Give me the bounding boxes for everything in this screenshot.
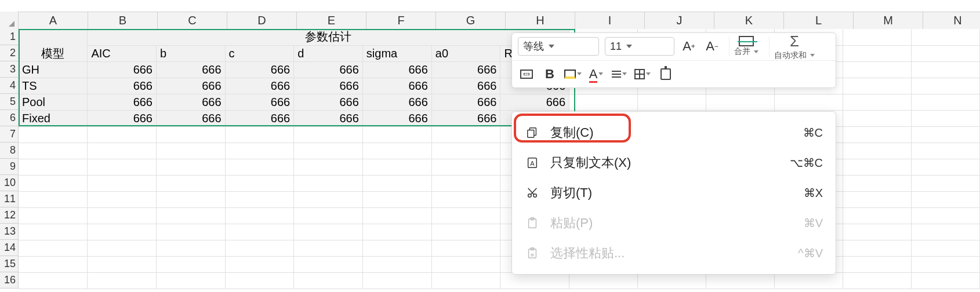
font-size-select[interactable]: 11 <box>605 37 674 56</box>
cell-A3[interactable]: GH <box>19 61 88 78</box>
cell-E8[interactable] <box>294 143 363 159</box>
header-b[interactable]: b <box>157 45 226 61</box>
row-header-13[interactable]: 13 <box>0 224 19 240</box>
cell-D8[interactable] <box>225 143 294 159</box>
row-header-3[interactable]: 3 <box>0 61 19 78</box>
col-header-K[interactable]: K <box>714 12 784 29</box>
menu-copy[interactable]: 复制(C) ⌘C <box>512 118 836 148</box>
cell-N14[interactable] <box>911 240 979 256</box>
cell-N13[interactable] <box>911 224 979 240</box>
row-header-15[interactable]: 15 <box>0 256 19 272</box>
cell-M7[interactable] <box>843 126 911 143</box>
border-button[interactable] <box>634 65 651 83</box>
cell-N16[interactable] <box>911 272 979 289</box>
font-color-button[interactable]: A <box>587 65 605 83</box>
row-header-4[interactable]: 4 <box>0 78 19 94</box>
cell-D9[interactable] <box>225 159 294 175</box>
cell-A5[interactable]: Pool <box>19 94 88 110</box>
cell-H5[interactable]: 666 <box>500 94 569 110</box>
cell-N12[interactable] <box>911 207 979 224</box>
cell-K5[interactable] <box>706 94 775 110</box>
cell-C9[interactable] <box>157 159 226 175</box>
cell-A12[interactable] <box>19 207 88 224</box>
cell-D10[interactable] <box>225 175 294 191</box>
cell-B15[interactable] <box>88 256 157 272</box>
cell-D5[interactable]: 666 <box>225 94 294 110</box>
cell-M3[interactable] <box>843 61 911 78</box>
cell-J16[interactable] <box>638 272 706 289</box>
cell-A15[interactable] <box>19 256 88 272</box>
cell-B14[interactable] <box>88 240 157 256</box>
col-header-I[interactable]: I <box>575 12 645 29</box>
read-layout-button[interactable] <box>518 65 535 83</box>
cell-N11[interactable] <box>911 191 979 207</box>
cell-E9[interactable] <box>294 159 363 175</box>
cell-F15[interactable] <box>362 256 431 272</box>
row-header-16[interactable]: 16 <box>0 272 19 289</box>
col-header-A[interactable]: A <box>19 12 88 29</box>
cell-N9[interactable] <box>911 159 979 175</box>
cell-G6[interactable]: 666 <box>431 110 500 126</box>
cell-K16[interactable] <box>706 272 775 289</box>
cell-N7[interactable] <box>911 126 979 143</box>
cell-B12[interactable] <box>88 207 157 224</box>
cell-M6[interactable] <box>843 110 911 126</box>
cell-L16[interactable] <box>774 272 843 289</box>
col-header-H[interactable]: H <box>506 12 575 29</box>
cell-E10[interactable] <box>294 175 363 191</box>
cell-F10[interactable] <box>362 175 431 191</box>
cell-B10[interactable] <box>88 175 157 191</box>
col-header-F[interactable]: F <box>366 12 436 29</box>
merge-cells-button[interactable]: 合并 <box>729 36 763 57</box>
cell-A1[interactable]: 模型 <box>19 29 88 61</box>
cell-H16[interactable] <box>500 272 569 289</box>
menu-cut[interactable]: 剪切(T) ⌘X <box>512 178 836 208</box>
row-header-1[interactable]: 1 <box>0 29 19 45</box>
cell-C15[interactable] <box>157 256 226 272</box>
cell-C8[interactable] <box>157 143 226 159</box>
cell-C7[interactable] <box>157 126 226 143</box>
header-c[interactable]: c <box>225 45 294 61</box>
cell-B16[interactable] <box>88 272 157 289</box>
cell-E5[interactable]: 666 <box>294 94 363 110</box>
cell-B11[interactable] <box>88 191 157 207</box>
row-header-9[interactable]: 9 <box>0 159 19 175</box>
cell-L5[interactable] <box>774 94 843 110</box>
cell-G8[interactable] <box>431 143 500 159</box>
cell-C10[interactable] <box>157 175 226 191</box>
cell-F16[interactable] <box>362 272 431 289</box>
row-header-14[interactable]: 14 <box>0 240 19 256</box>
cell-A16[interactable] <box>19 272 88 289</box>
cell-N15[interactable] <box>911 256 979 272</box>
col-header-M[interactable]: M <box>854 12 923 29</box>
cell-F14[interactable] <box>362 240 431 256</box>
cell-A13[interactable] <box>19 224 88 240</box>
cell-N10[interactable] <box>911 175 979 191</box>
cell-E3[interactable]: 666 <box>294 61 363 78</box>
cell-M13[interactable] <box>843 224 911 240</box>
cell-N2[interactable] <box>911 45 979 61</box>
cell-G10[interactable] <box>431 175 500 191</box>
row-header-8[interactable]: 8 <box>0 143 19 159</box>
cell-A8[interactable] <box>19 143 88 159</box>
cell-F11[interactable] <box>362 191 431 207</box>
cell-E4[interactable]: 666 <box>294 78 363 94</box>
cell-F13[interactable] <box>362 224 431 240</box>
cell-C14[interactable] <box>157 240 226 256</box>
cell-B5[interactable]: 666 <box>88 94 157 110</box>
cell-G15[interactable] <box>431 256 500 272</box>
cell-M2[interactable] <box>843 45 911 61</box>
cell-F5[interactable]: 666 <box>362 94 431 110</box>
cell-F6[interactable]: 666 <box>362 110 431 126</box>
cell-G3[interactable]: 666 <box>431 61 500 78</box>
cell-C5[interactable]: 666 <box>157 94 226 110</box>
menu-copy-text[interactable]: A 只复制文本(X) ⌥⌘C <box>512 148 836 178</box>
font-name-select[interactable]: 等线 <box>518 37 599 56</box>
cell-M14[interactable] <box>843 240 911 256</box>
cell-M15[interactable] <box>843 256 911 272</box>
cell-C16[interactable] <box>157 272 226 289</box>
cell-B6[interactable]: 666 <box>88 110 157 126</box>
cell-M16[interactable] <box>843 272 911 289</box>
highlight-button[interactable] <box>564 65 582 83</box>
cell-G7[interactable] <box>431 126 500 143</box>
